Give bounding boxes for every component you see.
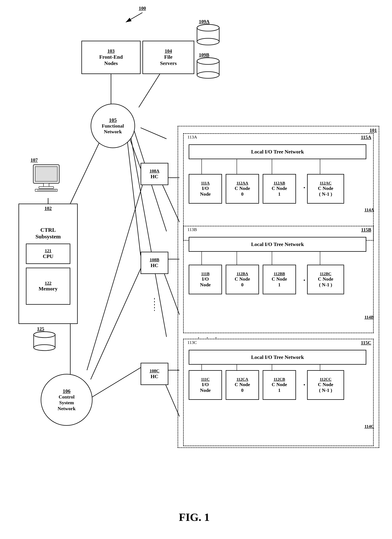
functional-network-label: FunctionalNetwork: [102, 123, 124, 135]
c-node-112ab-box: 112AB C Node1: [263, 174, 296, 204]
svg-line-13: [87, 185, 143, 370]
ref-115a: 115A: [361, 135, 371, 140]
ctrl-subsystem-box: 102 CTRLSubsystem 121 CPU 122 Memory: [19, 204, 78, 324]
ref-103: 103: [107, 48, 115, 54]
c-node-112cb-box: 112CB C Node1: [263, 370, 296, 400]
file-servers-box: 104 FileServers: [143, 41, 194, 74]
ref-108a: 108A: [149, 168, 159, 173]
hc-108b-label: HC: [151, 262, 158, 269]
ref-106: 106: [63, 388, 71, 394]
c-node-112ac-box: 112AC C Node( N-1 ): [307, 174, 344, 204]
ref-115c: 115C: [361, 340, 371, 346]
ref-112ab: 112AB: [274, 181, 285, 185]
local-io-tree-c-label: Local I/O Tree Network: [251, 354, 304, 360]
ref-100: 100: [139, 5, 146, 11]
c-node-112ba-label: C Node0: [234, 276, 250, 288]
svg-line-11: [129, 130, 167, 337]
svg-line-18: [161, 181, 179, 222]
c-node-112cc-box: 112CC C Node( N-1 ): [307, 370, 344, 400]
svg-rect-51: [35, 189, 57, 191]
control-system-network-circle: 106 ControlSystemNetwork: [41, 374, 92, 426]
c-node-112aa-box: 112AA C Node0: [226, 174, 259, 204]
ref-112ac: 112AC: [320, 181, 331, 185]
c-node-112ca-label: C Node0: [234, 382, 250, 393]
svg-point-57: [34, 332, 55, 338]
c-node-112ca-box: 112CA C Node0: [226, 370, 259, 400]
ref-108c: 108C: [149, 368, 159, 373]
c-node-112cc-label: C Node( N-1 ): [318, 382, 333, 393]
local-io-tree-c-box: Local I/O Tree Network: [189, 350, 366, 365]
ref-114a-label: 114A: [364, 207, 374, 212]
c-node-112bb-box: 112BB C Node1: [263, 265, 296, 294]
hc-108a-label: HC: [151, 173, 158, 180]
ref-114c-label: 114C: [364, 424, 374, 429]
diagram: 100 103 Front-EndNodes 104 FileServers 1…: [0, 0, 392, 539]
c-node-112bc-box: 112BC C Node( N-1 ): [307, 265, 344, 294]
c-node-112bc-label: C Node( N-1 ): [318, 276, 333, 288]
computer-icon: 107: [30, 163, 63, 193]
ref-109a: 109A: [199, 19, 210, 24]
local-io-tree-a-label: Local I/O Tree Network: [251, 149, 304, 155]
cylinder-109b: 109B: [196, 57, 220, 80]
ref-112aa: 112AA: [236, 181, 248, 185]
ref-122: 122: [45, 281, 51, 286]
ref-121: 121: [45, 248, 51, 253]
ref-109b: 109B: [199, 52, 209, 58]
ref-112bb: 112BB: [274, 271, 285, 276]
ref-112cb: 112CB: [274, 377, 285, 382]
io-node-111a-label: I/ONode: [200, 185, 211, 197]
front-end-nodes-label: Front-EndNodes: [99, 54, 123, 66]
c-node-112ac-label: C Node( N-1 ): [318, 185, 333, 197]
local-io-tree-b-box: Local I/O Tree Network: [189, 237, 366, 252]
io-node-111b-label: I/ONode: [200, 276, 211, 288]
io-node-111a-box: 111A I/ONode: [189, 174, 222, 204]
svg-line-8: [126, 128, 141, 255]
hc-108b-box: 108B HC: [141, 252, 168, 274]
ref-114b-label: 114B: [364, 315, 374, 320]
cpu-label: CPU: [43, 253, 53, 260]
ctrl-subsystem-label: CTRLSubsystem: [36, 226, 61, 240]
hc-108c-box: 108C HC: [141, 363, 168, 385]
ref-107: 107: [30, 157, 38, 163]
ref-101: 101: [370, 128, 377, 133]
svg-line-14: [91, 265, 143, 380]
io-node-111b-box: 111B I/ONode: [189, 265, 222, 294]
ref-113b-label: 113B: [187, 227, 197, 232]
functional-network-circle: 105 FunctionalNetwork: [91, 104, 135, 148]
svg-line-9: [141, 128, 167, 139]
ref-112ba: 112BA: [237, 271, 248, 276]
file-servers-label: FileServers: [160, 54, 177, 66]
ref-112bc: 112BC: [320, 271, 331, 276]
ref-113a-label: 113A: [187, 135, 197, 140]
local-io-tree-a-box: Local I/O Tree Network: [189, 144, 366, 159]
ref-111c: 111C: [201, 377, 210, 382]
cpu-box: 121 CPU: [26, 244, 70, 264]
memory-box: 122 Memory: [26, 268, 70, 305]
io-node-111c-label: I/ONode: [200, 382, 211, 393]
ref-104: 104: [165, 48, 172, 54]
c-node-112aa-label: C Node0: [234, 185, 250, 197]
ref-125: 125: [37, 326, 44, 332]
svg-rect-50: [39, 187, 54, 188]
ref-108b: 108B: [150, 257, 159, 262]
c-node-112cb-label: C Node1: [272, 382, 287, 393]
ref-105: 105: [109, 117, 117, 123]
ref-115b: 115B: [361, 227, 371, 233]
ref-111a: 111A: [201, 181, 210, 185]
control-system-network-label: ControlSystemNetwork: [58, 394, 76, 411]
c-node-112ab-label: C Node1: [272, 185, 287, 197]
svg-point-45: [197, 72, 219, 78]
local-io-tree-b-label: Local I/O Tree Network: [251, 241, 304, 247]
ref-102: 102: [45, 206, 52, 211]
ref-112cc: 112CC: [320, 377, 331, 382]
io-node-111c-box: 111C I/ONode: [189, 370, 222, 400]
c-node-112ba-box: 112BA C Node0: [226, 265, 259, 294]
hc-108a-box: 108A HC: [141, 163, 168, 185]
hc-108c-label: HC: [151, 373, 158, 380]
front-end-nodes-box: 103 Front-EndNodes: [81, 41, 141, 74]
svg-point-42: [197, 24, 219, 31]
ref-113c-label: 113C: [187, 340, 197, 345]
svg-line-1: [126, 13, 143, 22]
svg-rect-48: [35, 167, 57, 181]
cylinder-109a: 109A: [196, 24, 220, 46]
